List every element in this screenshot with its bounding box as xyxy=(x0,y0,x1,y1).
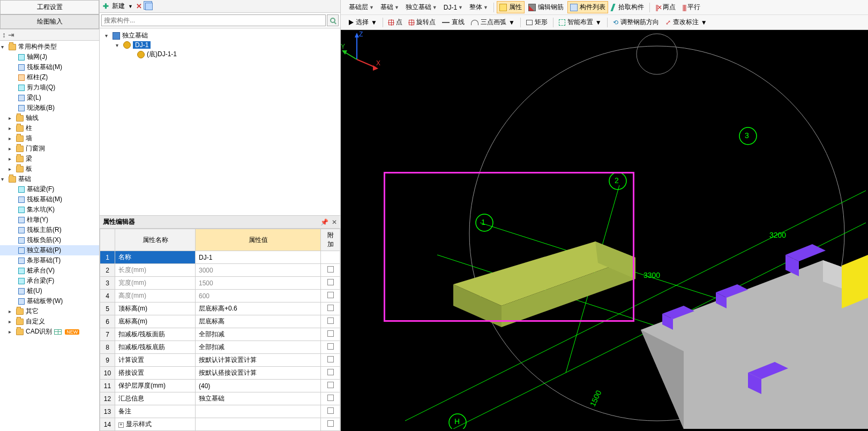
tree-foundation[interactable]: ▾基础 xyxy=(0,174,99,184)
prop-row[interactable]: 14+显示样式 xyxy=(100,418,340,431)
prop-row[interactable]: 6底标高(m)层底标高 xyxy=(100,315,340,328)
btn-rotate-point[interactable]: 旋转点 xyxy=(406,16,438,28)
tab-draw-input[interactable]: 绘图输入 xyxy=(0,14,99,29)
checkbox[interactable] xyxy=(327,305,334,311)
checkbox[interactable] xyxy=(327,266,334,273)
prop-value[interactable]: 1500 xyxy=(196,277,321,290)
tree-isolated[interactable]: 独立基础(P) xyxy=(0,245,99,255)
checkbox[interactable] xyxy=(327,420,334,427)
tree-common[interactable]: ▾常用构件类型 xyxy=(0,42,99,52)
tree-fbeam[interactable]: 基础梁(F) xyxy=(0,184,99,194)
prop-value[interactable]: 全部扣减 xyxy=(196,328,321,341)
btn-smart-layout[interactable]: 智能布置▼ xyxy=(556,16,604,28)
btn-select[interactable]: 选择▼ xyxy=(346,16,380,28)
left-expand-icon[interactable]: ↕ xyxy=(2,31,6,39)
tab-project-settings[interactable]: 工程设置 xyxy=(0,0,99,14)
ct-bottom[interactable]: (底)DJ-1-1 xyxy=(102,49,338,59)
ct-root[interactable]: ▾独立基础 xyxy=(102,31,338,41)
prop-row[interactable]: 9计算设置按默认计算设置计算 xyxy=(100,354,340,367)
checkbox[interactable] xyxy=(327,330,334,337)
prop-row[interactable]: 4高度(mm)600 xyxy=(100,290,340,303)
tree-col[interactable]: ▸柱 xyxy=(0,123,99,133)
tree-slab2[interactable]: ▸板 xyxy=(0,164,99,174)
tree-raftmain[interactable]: 筏板主筋(R) xyxy=(0,225,99,235)
prop-row[interactable]: 3宽度(mm)1500 xyxy=(100,277,340,290)
search-button[interactable] xyxy=(327,14,339,26)
tree-raft2[interactable]: 筏板基础(M) xyxy=(0,194,99,205)
new-button[interactable]: 新建 xyxy=(112,2,125,11)
btn-twopoint[interactable]: ‖✕两点 xyxy=(653,1,678,13)
close-icon[interactable]: ✕ xyxy=(332,218,337,226)
prop-value[interactable]: 独立基础 xyxy=(196,392,321,405)
btn-component-list[interactable]: 构件列表 xyxy=(567,1,608,13)
checkbox[interactable] xyxy=(327,369,334,375)
btn-arc[interactable]: 三点画弧▼ xyxy=(468,16,518,28)
tree-pier[interactable]: 柱墩(Y) xyxy=(0,215,99,225)
btn-parallel[interactable]: ‖‖平行 xyxy=(679,1,703,13)
tree-pilecap[interactable]: 桩承台(V) xyxy=(0,266,99,276)
checkbox[interactable] xyxy=(327,407,334,414)
checkbox[interactable] xyxy=(327,382,334,388)
btn-rebar-orient[interactable]: ⟲调整钢筋方向 xyxy=(610,16,662,28)
prop-row[interactable]: 7扣减板/筏板面筋全部扣减 xyxy=(100,328,340,341)
expand-icon[interactable]: + xyxy=(118,422,124,428)
checkbox[interactable] xyxy=(327,279,334,285)
3d-canvas[interactable]: 1 2 3 H 3200 3300 1500 Z Y X xyxy=(341,30,868,431)
tree-slab[interactable]: 现浇板(B) xyxy=(0,103,99,113)
prop-value[interactable] xyxy=(196,405,321,418)
prop-row[interactable]: 12汇总信息独立基础 xyxy=(100,392,340,405)
prop-value[interactable]: DJ-1 xyxy=(196,251,321,264)
dd-type[interactable]: 独立基础▼ xyxy=(403,2,440,13)
prop-value[interactable] xyxy=(196,418,321,431)
prop-value[interactable]: 3000 xyxy=(196,264,321,277)
checkbox[interactable] xyxy=(327,343,334,350)
btn-edit-rebar[interactable]: 编辑钢筋 xyxy=(526,1,566,13)
prop-value[interactable]: 全部扣减 xyxy=(196,341,321,354)
btn-annotation[interactable]: ⤢查改标注▼ xyxy=(663,16,710,28)
tree-wall[interactable]: ▸墙 xyxy=(0,133,99,143)
pin-icon[interactable]: 📌 xyxy=(320,218,328,226)
prop-value[interactable]: 按默认搭接设置计算 xyxy=(196,367,321,380)
checkbox[interactable] xyxy=(327,356,334,362)
tree-sump[interactable]: 集水坑(K) xyxy=(0,205,99,215)
checkbox[interactable] xyxy=(327,395,334,401)
checkbox[interactable] xyxy=(327,292,334,298)
prop-row[interactable]: 13备注 xyxy=(100,405,340,418)
prop-row[interactable]: 11保护层厚度(mm)(40) xyxy=(100,380,340,392)
prop-row[interactable]: 8扣减板/筏板底筋全部扣减 xyxy=(100,341,340,354)
ct-dj1[interactable]: ▾DJ-1 xyxy=(102,41,338,49)
tree-beam[interactable]: 梁(L) xyxy=(0,93,99,103)
tree-raft[interactable]: 筏板基础(M) xyxy=(0,62,99,72)
tree-capbeam[interactable]: 承台梁(F) xyxy=(0,276,99,286)
copy-button[interactable] xyxy=(145,3,153,10)
prop-value[interactable]: 层底标高 xyxy=(196,315,321,328)
tree-axis[interactable]: ▸轴线 xyxy=(0,113,99,123)
dd-floor[interactable]: 基础层▼ xyxy=(346,2,377,13)
tree-strip[interactable]: 条形基础(T) xyxy=(0,255,99,266)
prop-value[interactable]: (40) xyxy=(196,380,321,392)
dd-whole[interactable]: 整体▼ xyxy=(467,2,491,13)
prop-row[interactable]: 2长度(mm)3000 xyxy=(100,264,340,277)
tree-fstrip[interactable]: 基础板带(W) xyxy=(0,296,99,306)
delete-button[interactable]: ✕ xyxy=(136,2,142,10)
dd-category[interactable]: 基础▼ xyxy=(378,2,402,13)
dd-component[interactable]: DJ-1▼ xyxy=(441,3,466,12)
checkbox[interactable] xyxy=(327,317,334,324)
prop-row[interactable]: 5顶标高(m)层底标高+0.6 xyxy=(100,303,340,315)
btn-properties[interactable]: 属性 xyxy=(497,1,525,13)
tree-cad[interactable]: ▸CAD识别 NEW xyxy=(0,327,99,337)
tree-raftneg[interactable]: 筏板负筋(X) xyxy=(0,235,99,245)
tree-opening[interactable]: ▸门窗洞 xyxy=(0,143,99,154)
tree-shearwall[interactable]: 剪力墙(Q) xyxy=(0,82,99,93)
btn-rect[interactable]: 矩形 xyxy=(523,16,550,28)
prop-value[interactable]: 600 xyxy=(196,290,321,303)
prop-value[interactable]: 按默认计算设置计算 xyxy=(196,354,321,367)
search-input[interactable] xyxy=(101,14,326,26)
btn-line[interactable]: 直线 xyxy=(439,16,467,28)
tree-custom[interactable]: ▸自定义 xyxy=(0,316,99,327)
tree-grid[interactable]: 轴网(J) xyxy=(0,52,99,62)
prop-row[interactable]: 1名称DJ-1 xyxy=(100,251,340,264)
left-collapse-icon[interactable]: ⇥ xyxy=(8,31,14,39)
prop-value[interactable]: 层底标高+0.6 xyxy=(196,303,321,315)
tree-other[interactable]: ▸其它 xyxy=(0,306,99,316)
